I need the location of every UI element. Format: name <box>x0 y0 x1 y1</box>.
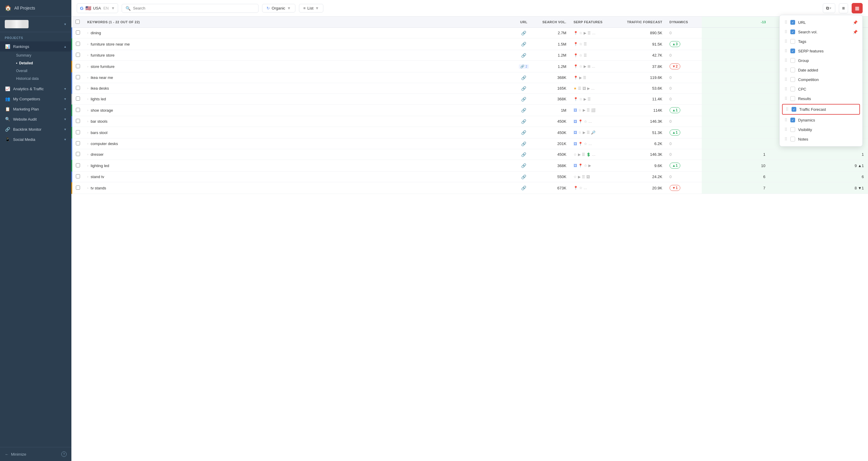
row-checkbox[interactable] <box>76 163 80 167</box>
dropdown-checkbox[interactable] <box>790 77 795 82</box>
row-checkbox[interactable] <box>76 64 80 68</box>
link-icon[interactable]: 🔗 <box>521 75 526 80</box>
row-checkbox-cell[interactable] <box>72 38 84 50</box>
sidebar-header[interactable]: 🏠 All Projects <box>0 0 71 17</box>
url-cell[interactable]: 🔗 <box>510 28 537 38</box>
row-checkbox[interactable] <box>76 96 80 100</box>
expand-arrow-icon[interactable]: › <box>88 87 88 90</box>
expand-arrow-icon[interactable]: › <box>88 54 88 57</box>
sidebar-item-backlink[interactable]: 🔗 Backlink Monitor ▼ <box>0 124 71 134</box>
link-icon[interactable]: 🔗 <box>521 185 526 190</box>
organic-selector[interactable]: ↻ Organic ▼ <box>262 4 295 12</box>
dropdown-item-dynamics[interactable]: ⠿ Dynamics <box>780 115 862 125</box>
sidebar-item-audit[interactable]: 🔍 Website Audit ▼ <box>0 114 71 124</box>
expand-arrow-icon[interactable]: › <box>88 153 88 156</box>
dropdown-item-tags[interactable]: ⠿ Tags <box>780 37 862 46</box>
dropdown-checkbox[interactable] <box>792 107 796 112</box>
country-selector[interactable]: G 🇺🇸 USA EN ▼ <box>77 3 118 13</box>
link-icon[interactable]: 🔗 <box>521 141 526 146</box>
dropdown-checkbox[interactable] <box>790 39 795 44</box>
expand-arrow-icon[interactable]: › <box>88 31 88 34</box>
row-checkbox-cell[interactable] <box>72 182 84 194</box>
copy-button[interactable]: ⧉ ▼ <box>823 3 835 13</box>
url-cell[interactable]: 🔗 <box>510 83 537 94</box>
expand-arrow-icon[interactable]: › <box>88 65 88 68</box>
row-checkbox[interactable] <box>76 119 80 123</box>
link-icon[interactable]: 🔗 <box>521 42 526 47</box>
row-checkbox-cell[interactable] <box>72 83 84 94</box>
url-cell[interactable]: 🔗 <box>510 160 537 172</box>
expand-arrow-icon[interactable]: › <box>88 142 88 145</box>
row-checkbox-cell[interactable] <box>72 50 84 61</box>
link-icon[interactable]: 🔗 <box>521 31 526 35</box>
dropdown-checkbox[interactable] <box>790 87 795 91</box>
url-cell[interactable]: 🔗 <box>510 94 537 105</box>
th-select-all[interactable] <box>72 17 84 28</box>
sidebar-account[interactable]: ▼ <box>0 17 71 32</box>
dropdown-checkbox[interactable] <box>790 96 795 101</box>
dropdown-item-trafficforecast[interactable]: ⠿ Traffic Forecast <box>782 104 860 115</box>
row-checkbox[interactable] <box>76 53 80 57</box>
dropdown-item-group[interactable]: ⠿ Group <box>780 56 862 65</box>
dropdown-item-results[interactable]: ⠿ Results <box>780 94 862 103</box>
dropdown-item-serp[interactable]: ⠿ SERP features <box>780 46 862 56</box>
row-checkbox-cell[interactable] <box>72 160 84 172</box>
link-icon[interactable]: 🔗 <box>521 174 526 179</box>
column-selector-button[interactable]: ▦ <box>851 3 863 13</box>
sidebar-item-social[interactable]: 📱 Social Media ▼ <box>0 134 71 144</box>
url-cell[interactable]: 🔗 <box>510 50 537 61</box>
dropdown-item-cpc[interactable]: ⠿ CPC <box>780 84 862 94</box>
url-cell[interactable]: 🔗 <box>510 38 537 50</box>
link-icon[interactable]: 🔗 <box>521 97 526 102</box>
link-icon[interactable]: 🔗 <box>521 152 526 157</box>
dropdown-item-searchvol[interactable]: ⠿ Search vol. 📌 <box>780 27 862 37</box>
link-icon[interactable]: 🔗 <box>521 86 526 91</box>
list-selector[interactable]: ≡ List ▼ <box>299 4 323 12</box>
sidebar-item-overall[interactable]: Overall <box>13 67 71 75</box>
link-icon[interactable]: 🔗 2 <box>519 64 529 69</box>
row-checkbox-cell[interactable] <box>72 172 84 182</box>
url-cell[interactable]: 🔗 <box>510 116 537 127</box>
dropdown-item-competition[interactable]: ⠿ Competition <box>780 75 862 84</box>
dropdown-item-url[interactable]: ⠿ URL 📌 <box>780 18 862 27</box>
expand-arrow-icon[interactable]: › <box>88 164 88 167</box>
dropdown-checkbox[interactable] <box>790 137 795 141</box>
row-checkbox[interactable] <box>76 75 80 79</box>
dropdown-item-visibility[interactable]: ⠿ Visibility <box>780 125 862 134</box>
row-checkbox[interactable] <box>76 30 80 34</box>
sidebar-item-summary[interactable]: Summary <box>13 52 71 59</box>
search-input[interactable] <box>133 6 255 10</box>
expand-arrow-icon[interactable]: › <box>88 42 88 46</box>
sidebar-item-competitors[interactable]: 👥 My Competitors ▼ <box>0 94 71 104</box>
url-cell[interactable]: 🔗 <box>510 149 537 160</box>
row-checkbox-cell[interactable] <box>72 116 84 127</box>
dropdown-checkbox[interactable] <box>790 58 795 63</box>
row-checkbox[interactable] <box>76 108 80 112</box>
url-cell[interactable]: 🔗 <box>510 105 537 116</box>
url-cell[interactable]: 🔗 <box>510 182 537 194</box>
row-checkbox-cell[interactable] <box>72 61 84 73</box>
link-icon[interactable]: 🔗 <box>521 119 526 124</box>
row-checkbox-cell[interactable] <box>72 94 84 105</box>
expand-arrow-icon[interactable]: › <box>88 131 88 134</box>
expand-arrow-icon[interactable]: › <box>88 186 88 190</box>
dropdown-checkbox[interactable] <box>790 127 795 132</box>
sidebar-item-historical[interactable]: Historical data <box>13 75 71 83</box>
help-icon[interactable]: ? <box>61 452 67 457</box>
row-checkbox[interactable] <box>76 86 80 90</box>
expand-arrow-icon[interactable]: › <box>88 76 88 79</box>
row-checkbox[interactable] <box>76 42 80 46</box>
link-icon[interactable]: 🔗 <box>521 163 526 168</box>
row-checkbox-cell[interactable] <box>72 28 84 38</box>
row-checkbox-cell[interactable] <box>72 149 84 160</box>
dropdown-checkbox[interactable] <box>790 29 795 34</box>
dropdown-checkbox[interactable] <box>790 67 795 73</box>
expand-arrow-icon[interactable]: › <box>88 97 88 100</box>
row-checkbox-cell[interactable] <box>72 139 84 149</box>
dropdown-checkbox[interactable] <box>790 20 795 25</box>
sidebar-item-detailed[interactable]: Detailed <box>13 59 71 67</box>
row-checkbox-cell[interactable] <box>72 105 84 116</box>
url-cell[interactable]: 🔗 <box>510 172 537 182</box>
dropdown-item-dateadded[interactable]: ⠿ Date added <box>780 65 862 75</box>
expand-arrow-icon[interactable]: › <box>88 120 88 123</box>
